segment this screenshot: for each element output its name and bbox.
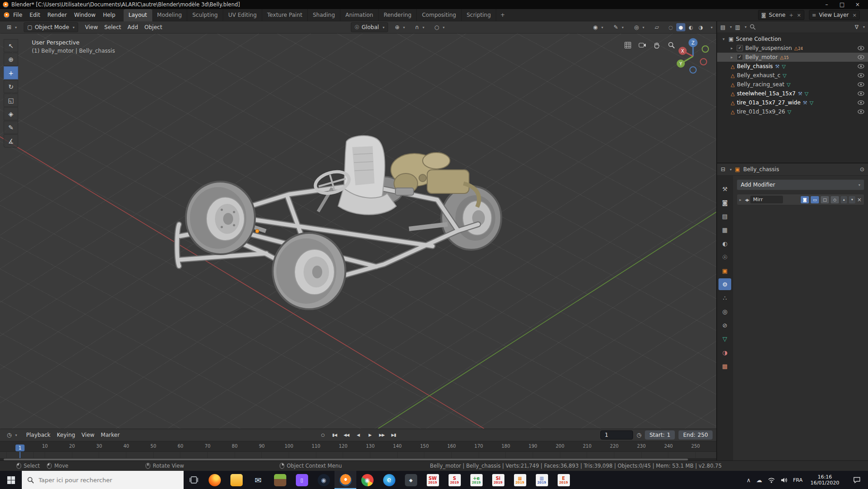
properties-tab[interactable]: ◐ [718, 237, 731, 249]
taskbar-app[interactable]: SW 2019 [422, 471, 444, 489]
shading-mode-button[interactable]: ◌ [666, 23, 675, 31]
taskbar-app[interactable] [225, 471, 247, 489]
properties-tab[interactable]: ⚙ [718, 278, 731, 290]
menu-item[interactable]: Help [99, 9, 119, 21]
timeline-editor-type-button[interactable]: ◷ ▾ [4, 430, 20, 440]
modifier-editmode-toggle[interactable]: □ [821, 196, 829, 203]
properties-tab[interactable]: ∴ [718, 292, 731, 304]
outliner-item-row[interactable]: ▸ ✓ △ Belly_exhaust_c △ ⚒ ▽ [717, 71, 868, 80]
transport-button[interactable]: ◀ [353, 431, 364, 440]
visibility-eye-icon[interactable] [858, 100, 864, 105]
tool-button[interactable]: ⊕ [4, 53, 18, 66]
workspace-tab[interactable]: Animation [340, 9, 379, 21]
remove-view-layer-button[interactable]: × [852, 12, 857, 18]
properties-editor-icon[interactable]: ⊟ [721, 166, 725, 173]
tool-button[interactable]: ✎ [4, 121, 18, 134]
frame-start-field[interactable]: Start: 1 [645, 430, 675, 440]
disclosure-icon[interactable]: ▸ [731, 46, 734, 50]
axis-z-neg[interactable] [690, 67, 696, 73]
action-center-button[interactable] [847, 471, 866, 489]
taskbar-app[interactable]: E 2019 [553, 471, 574, 489]
taskbar-app[interactable]: e [378, 471, 400, 489]
add-modifier-button[interactable]: Add Modifier ▾ [737, 179, 864, 190]
menu-item[interactable]: Window [70, 9, 99, 21]
properties-tab[interactable]: ▩ [718, 360, 731, 372]
timeline-menu-item[interactable]: Keying [54, 432, 78, 438]
workspace-tab[interactable]: Scripting [462, 9, 496, 21]
transport-button[interactable]: ▶▶ [376, 431, 387, 440]
taskbar-search[interactable] [22, 471, 184, 489]
close-button[interactable]: × [850, 0, 865, 9]
taskbar-app[interactable]: Si 2019 [487, 471, 509, 489]
taskbar-app[interactable]: ◉ [313, 471, 334, 489]
workspace-tab[interactable]: Texture Paint [262, 9, 308, 21]
search-input[interactable] [38, 476, 178, 484]
camera-view-button[interactable] [636, 39, 648, 51]
taskbar-app[interactable]: ▯ [291, 471, 313, 489]
visibility-eye-icon[interactable] [858, 55, 864, 59]
timeline-menu-item[interactable]: View [78, 432, 97, 438]
taskbar-app[interactable]: S 2019 [444, 471, 465, 489]
outliner-item-row[interactable]: ▸ ✓ △ steelwheel_15a_15x7 △ ⚒ ▽ [717, 89, 868, 98]
menu-item[interactable]: File [10, 9, 26, 21]
visibility-dropdown[interactable]: ◉ ▾ [590, 23, 607, 32]
timeline-track-area[interactable] [0, 452, 716, 458]
move-modifier-down-button[interactable]: ▾ [849, 196, 855, 203]
menu-item[interactable]: Edit [26, 9, 44, 21]
outliner-item-row[interactable]: ▸ ✓ △ Belly_suspension △ 24 ⚒ ▽ [717, 44, 868, 53]
outliner-item-row[interactable]: ▸ ✓ △ tire_01a_15x7_27_wide △ ⚒ ▽ [717, 98, 868, 107]
workspace-tab[interactable]: UV Editing [223, 9, 262, 21]
playhead-badge[interactable]: 1 [15, 445, 25, 451]
tool-button[interactable]: ◱ [4, 94, 18, 107]
frame-ruler[interactable]: 1020304050607080901001101201301401501601… [0, 441, 716, 452]
hidden-icons-caret[interactable]: ∧ [746, 477, 751, 484]
outliner-item-row[interactable]: ▸ ✓ △ Belly_motor △ 15 ⚒ ▽ [717, 53, 868, 62]
blender-menu-icon[interactable] [4, 12, 10, 18]
taskbar-app[interactable]: ▦ 2019 [509, 471, 531, 489]
start-button[interactable] [0, 471, 22, 489]
add-workspace-button[interactable]: + [496, 12, 509, 18]
workspace-tab[interactable]: Sculpting [187, 9, 223, 21]
properties-tab[interactable]: ◙ [718, 197, 731, 208]
visibility-eye-icon[interactable] [858, 46, 864, 50]
visibility-eye-icon[interactable] [858, 109, 864, 114]
display-mode-icon[interactable]: ▥ [735, 24, 740, 30]
shading-mode-button[interactable]: ◐ [686, 23, 695, 31]
tool-button[interactable]: ↖ [4, 39, 18, 52]
taskbar-app[interactable] [269, 471, 291, 489]
transport-button[interactable]: ◀◀ [341, 431, 352, 440]
xray-toggle[interactable]: ▱ [652, 23, 662, 32]
properties-tab[interactable]: ⊘ [718, 319, 731, 331]
visibility-eye-icon[interactable] [858, 82, 864, 87]
network-icon[interactable] [768, 477, 775, 483]
gizmos-dropdown[interactable]: ✎ ▾ [610, 23, 627, 32]
orientation-dropdown[interactable]: ☉ Global ▾ [351, 22, 388, 32]
viewport-menu-item[interactable]: Select [101, 24, 125, 30]
taskbar-app[interactable]: ◉ [356, 471, 378, 489]
properties-tab[interactable]: ▦ [718, 224, 731, 236]
pivot-dropdown[interactable]: ⊕ ▾ [392, 23, 408, 32]
unlink-scene-button[interactable]: × [796, 12, 801, 18]
tool-button[interactable]: + [4, 66, 18, 79]
properties-tab[interactable]: ◑ [718, 346, 731, 358]
visibility-eye-icon[interactable] [858, 73, 864, 78]
visibility-eye-icon[interactable] [858, 64, 864, 69]
language-indicator[interactable]: FRA [793, 477, 803, 483]
filter-icon[interactable]: ∇ [855, 24, 858, 30]
overlays-dropdown[interactable]: ◎ ▾ [631, 23, 648, 32]
properties-tab[interactable]: ▣ [718, 265, 731, 277]
timeline-menu-item[interactable]: Marker [98, 432, 123, 438]
viewport-menu-item[interactable]: View [82, 24, 101, 30]
volume-icon[interactable] [781, 477, 788, 483]
tool-button[interactable]: ◈ [4, 107, 18, 120]
move-modifier-up-button[interactable]: ▴ [841, 196, 847, 203]
properties-tab[interactable]: ⚒ [718, 183, 731, 195]
disclosure-icon[interactable]: ▾ [723, 37, 726, 41]
pin-icon[interactable]: ⊙ [860, 166, 864, 173]
modifier-render-toggle[interactable]: ◙ [801, 196, 809, 203]
task-view-button[interactable] [184, 471, 204, 489]
viewport-menu-item[interactable]: Add [125, 24, 141, 30]
mode-dropdown[interactable]: ▢ Object Mode ▾ [24, 22, 78, 32]
tool-button[interactable]: ↻ [4, 80, 18, 93]
new-scene-button[interactable]: + [788, 12, 793, 18]
